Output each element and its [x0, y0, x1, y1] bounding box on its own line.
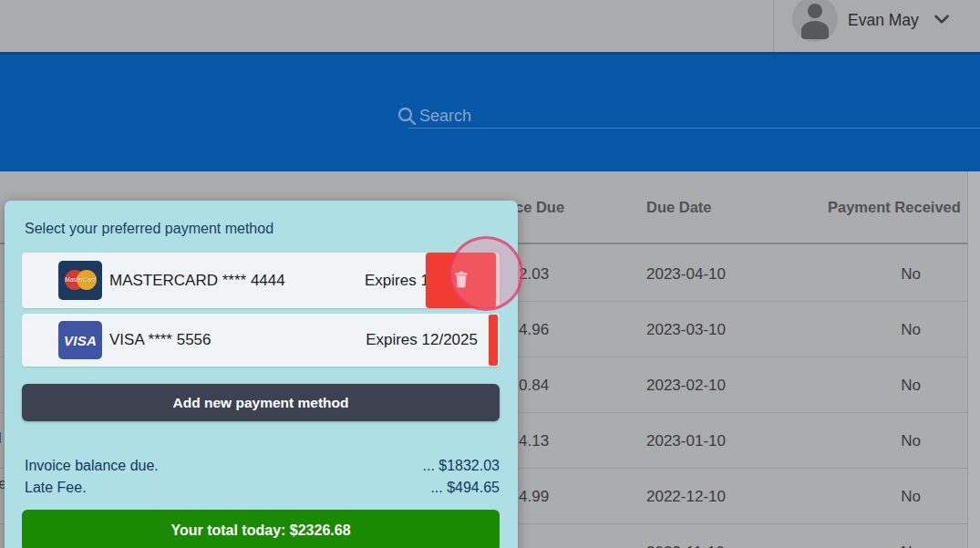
edge-text-fragment: l — [0, 429, 2, 448]
table-header-balance-due: ce Due — [515, 192, 564, 222]
cell-due-date: 2023-04-10 — [646, 246, 726, 302]
add-payment-method-button[interactable]: Add new payment method — [22, 384, 500, 421]
cell-due-date: 2022-11-10 — [646, 524, 725, 548]
summary-value: ... $494.65 — [430, 477, 500, 499]
summary-row: Invoice balance due. ... $1832.03 — [25, 455, 500, 477]
search-underline — [408, 128, 980, 129]
cell-balance-due: 4.99 — [519, 469, 549, 524]
table-header-payment-received: Payment Received — [828, 192, 961, 222]
cell-due-date: 2023-03-10 — [646, 302, 726, 357]
cell-due-date: 2023-01-10 — [646, 413, 726, 469]
visa-logo-text: VISA — [64, 333, 97, 348]
card-label: VISA **** 5556 — [109, 314, 211, 367]
cell-payment-received: No — [889, 469, 933, 524]
summary: Invoice balance due. ... $1832.03 Late F… — [25, 455, 500, 499]
chevron-down-icon[interactable] — [930, 7, 954, 31]
screen: Evan May Search ce Due Due Date Payment … — [0, 0, 980, 548]
cell-due-date: 2022-12-10 — [646, 469, 726, 524]
card-expiry: Expires 1 — [365, 253, 429, 308]
summary-label: Late Fee. — [25, 477, 87, 499]
mastercard-logo: MasterCard — [58, 261, 102, 300]
cell-payment-received: No — [889, 246, 933, 302]
cell-payment-received: No — [889, 413, 933, 469]
payment-modal: Select your preferred payment method Mas… — [5, 201, 518, 548]
payment-card-row-visa[interactable]: VISA VISA **** 5556 Expires 12/2025 — [22, 314, 500, 367]
modal-title: Select your preferred payment method — [25, 221, 273, 237]
scrollbar[interactable] — [967, 171, 980, 548]
cell-due-date: 2023-02-10 — [646, 357, 726, 413]
banner-top-border — [0, 52, 980, 55]
cell-payment-received: No — [889, 302, 933, 357]
cell-payment-received: No — [889, 357, 933, 413]
visa-logo: VISA — [58, 321, 102, 359]
cell-payment-received: No — [889, 524, 933, 548]
summary-value: ... $1832.03 — [422, 455, 500, 477]
card-expiry: Expires 12/2025 — [366, 314, 478, 367]
search-input[interactable]: Search — [419, 102, 966, 129]
topbar-divider — [773, 0, 774, 52]
pay-total-button[interactable]: Your total today: $2326.68 — [22, 510, 500, 548]
card-label: MASTERCARD **** 4444 — [109, 253, 285, 308]
user-name: Evan May — [848, 0, 919, 41]
mastercard-logo-text: MasterCard — [58, 276, 102, 283]
cell-balance-due: 4.13 — [519, 413, 549, 469]
delete-card-button-collapsed[interactable] — [489, 315, 498, 366]
summary-label: Invoice balance due. — [25, 455, 159, 477]
summary-row: Late Fee. ... $494.65 — [25, 477, 500, 499]
payment-card-row-mastercard[interactable]: MasterCard MASTERCARD **** 4444 Expires … — [22, 253, 500, 308]
banner: Search — [0, 52, 980, 171]
click-highlight-circle — [449, 236, 523, 311]
search-icon — [396, 105, 418, 127]
topbar: Evan May — [0, 0, 980, 52]
cell-balance-due: 4.96 — [519, 302, 549, 357]
table-header-due-date: Due Date — [646, 192, 712, 222]
cell-balance-due: 0.84 — [519, 357, 549, 413]
person-icon — [808, 4, 822, 18]
person-icon — [801, 21, 829, 39]
